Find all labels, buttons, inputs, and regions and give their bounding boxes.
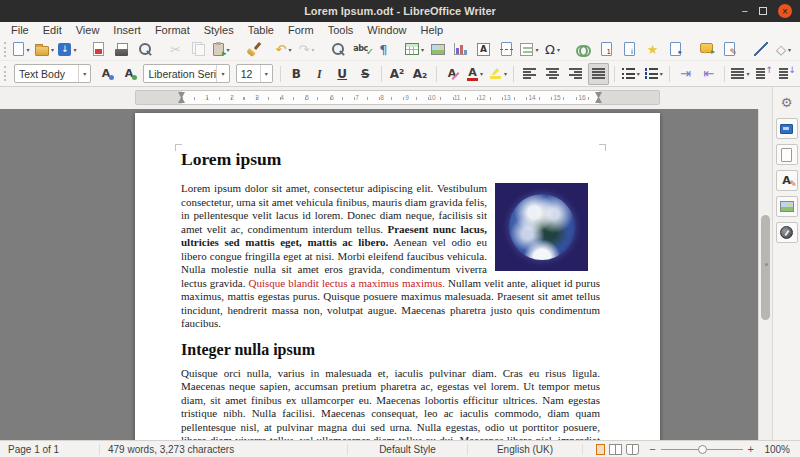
font-name-combo[interactable]: Liberation Seri▾: [143, 64, 229, 83]
insert-special-character-button[interactable]: Ω▾: [542, 39, 563, 60]
update-style-button[interactable]: A: [95, 63, 116, 85]
clone-formatting-button[interactable]: [242, 39, 263, 60]
paragraph-2[interactable]: Quisque orci nulla, varius in malesuada …: [181, 367, 600, 441]
redo-dropdown-arrow[interactable]: ▾: [311, 46, 314, 53]
new-style-button[interactable]: A: [118, 63, 139, 85]
align-left-button[interactable]: [519, 63, 540, 85]
font-color-dropdown-arrow[interactable]: ▾: [480, 70, 483, 77]
paragraph-style-combo[interactable]: Text Body▾: [14, 64, 92, 83]
highlighting-color-button[interactable]: ▾: [487, 63, 508, 85]
book-view-button[interactable]: [626, 444, 639, 455]
highlighting-color-dropdown-arrow[interactable]: ▾: [504, 70, 507, 77]
line-spacing-button[interactable]: ▾: [730, 63, 751, 85]
line-spacing-dropdown-arrow[interactable]: ▾: [746, 70, 749, 77]
text-language[interactable]: English (UK): [468, 444, 583, 455]
insert-cross-reference-button[interactable]: [665, 39, 686, 60]
menu-insert[interactable]: Insert: [106, 22, 148, 38]
increase-paragraph-spacing-button[interactable]: [753, 63, 774, 85]
insert-special-character-dropdown-arrow[interactable]: ▾: [557, 46, 560, 53]
document-canvas[interactable]: Lorem ipsum Lorem ipsum dolor sit amet, …: [0, 109, 758, 440]
horizontal-ruler[interactable]: 12345678910111213141516: [135, 90, 660, 105]
close-button[interactable]: ×: [778, 4, 792, 18]
show-draw-functions-button[interactable]: [796, 39, 800, 60]
unordered-list-button[interactable]: ▾: [620, 63, 641, 85]
document-heading-2[interactable]: Integer nulla ipsum: [181, 341, 600, 359]
font-size-dropdown-arrow[interactable]: ▾: [260, 65, 272, 82]
paste-dropdown-arrow[interactable]: ▾: [226, 46, 229, 53]
insert-field-dropdown-arrow[interactable]: ▾: [535, 46, 538, 53]
toolbar-grip[interactable]: [4, 42, 6, 57]
italic-button[interactable]: I: [309, 63, 330, 85]
strikethrough-button[interactable]: S: [355, 63, 376, 85]
clear-formatting-button[interactable]: A: [441, 63, 462, 85]
zoom-slider-thumb[interactable]: [698, 445, 707, 454]
maximize-button[interactable]: [759, 7, 767, 15]
zoom-out-button[interactable]: −: [649, 443, 655, 455]
undo-button[interactable]: ↶▾: [273, 39, 294, 60]
insert-footnote-button[interactable]: [596, 39, 617, 60]
vertical-scrollbar[interactable]: [758, 109, 772, 440]
spelling-button[interactable]: abc: [350, 39, 371, 60]
print-button[interactable]: [111, 39, 132, 60]
navigator-button[interactable]: [776, 222, 798, 243]
decrease-indent-button[interactable]: ⇤: [698, 63, 719, 85]
superscript-button[interactable]: A²: [387, 63, 408, 85]
basic-shapes-button[interactable]: ◇▾: [773, 39, 794, 60]
menu-tools[interactable]: Tools: [321, 22, 361, 38]
insert-chart-button[interactable]: [450, 39, 471, 60]
page-style[interactable]: Default Style: [348, 444, 468, 455]
menu-view[interactable]: View: [69, 22, 107, 38]
underline-button[interactable]: U: [332, 63, 353, 85]
multi-page-view-button[interactable]: [609, 444, 622, 455]
paragraph-style-dropdown-arrow[interactable]: ▾: [78, 65, 90, 82]
menu-help[interactable]: Help: [413, 22, 450, 38]
gallery-button[interactable]: [776, 196, 798, 217]
align-right-button[interactable]: [565, 63, 586, 85]
menu-edit[interactable]: Edit: [36, 22, 69, 38]
new-document-dropdown-arrow[interactable]: ▾: [26, 46, 29, 53]
find-and-replace-button[interactable]: [327, 39, 348, 60]
track-changes-button[interactable]: [719, 39, 740, 60]
font-size-combo[interactable]: 12▾: [236, 64, 273, 83]
zoom-level[interactable]: 100%: [762, 444, 800, 455]
insert-text-box-button[interactable]: A: [473, 39, 494, 60]
print-preview-button[interactable]: [134, 39, 155, 60]
ordered-list-dropdown-arrow[interactable]: ▾: [660, 70, 663, 77]
save-dropdown-arrow[interactable]: ▾: [73, 46, 76, 53]
word-count[interactable]: 479 words, 3,273 characters: [100, 444, 348, 455]
zoom-in-button[interactable]: +: [748, 443, 754, 455]
increase-indent-button[interactable]: ⇥: [675, 63, 696, 85]
zoom-slider[interactable]: [661, 445, 743, 454]
document-heading-1[interactable]: Lorem ipsum: [181, 149, 600, 170]
sidebar-settings-button[interactable]: ⚙: [776, 92, 798, 113]
justified-button[interactable]: [588, 63, 609, 85]
undo-dropdown-arrow[interactable]: ▾: [288, 46, 291, 53]
open-button[interactable]: ▾: [34, 39, 55, 60]
menu-table[interactable]: Table: [241, 22, 281, 38]
paragraph-1[interactable]: Lorem ipsum dolor sit amet, consectetur …: [181, 182, 600, 331]
menu-form[interactable]: Form: [281, 22, 321, 38]
earth-image[interactable]: [495, 183, 588, 271]
open-dropdown-arrow[interactable]: ▾: [51, 46, 54, 53]
font-name-dropdown-arrow[interactable]: ▾: [216, 65, 228, 82]
document-page[interactable]: Lorem ipsum Lorem ipsum dolor sit amet, …: [135, 113, 660, 440]
font-color-button[interactable]: A▾: [464, 63, 485, 85]
save-button[interactable]: ▾: [57, 39, 78, 60]
ordered-list-button[interactable]: ▾: [643, 63, 664, 85]
align-center-button[interactable]: [542, 63, 563, 85]
insert-bookmark-button[interactable]: ★: [642, 39, 663, 60]
insert-comment-button[interactable]: [696, 39, 717, 60]
scrollbar-thumb[interactable]: [761, 215, 770, 320]
minimize-button[interactable]: −: [742, 6, 748, 17]
new-document-button[interactable]: ▾: [11, 39, 32, 60]
menu-styles[interactable]: Styles: [197, 22, 241, 38]
export-pdf-button[interactable]: [88, 39, 109, 60]
properties-button[interactable]: [776, 118, 798, 139]
insert-table-button[interactable]: ▾: [404, 39, 425, 60]
page-count[interactable]: Page 1 of 1: [0, 444, 100, 455]
insert-hyperlink-button[interactable]: [573, 39, 594, 60]
formatting-marks-button[interactable]: ¶: [373, 39, 394, 60]
insert-field-button[interactable]: ▾: [519, 39, 540, 60]
decrease-paragraph-spacing-button[interactable]: [776, 63, 797, 85]
subscript-button[interactable]: A₂: [410, 63, 431, 85]
